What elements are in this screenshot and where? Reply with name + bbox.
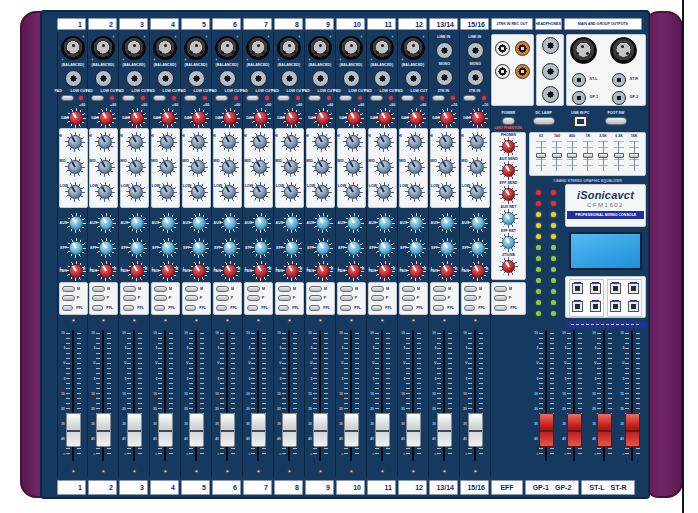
pan-knob[interactable]	[158, 261, 178, 281]
aux-knob[interactable]	[127, 213, 147, 233]
aux-knob[interactable]	[96, 213, 116, 233]
eq-knob[interactable]	[219, 182, 239, 202]
fx-button[interactable]	[610, 283, 621, 294]
solo-button[interactable]	[62, 295, 75, 301]
fader-cap[interactable]	[567, 413, 582, 447]
pan-knob[interactable]	[251, 261, 271, 281]
pfl-button[interactable]	[123, 305, 134, 311]
solo-button[interactable]	[123, 295, 136, 301]
eq-knob[interactable]	[188, 132, 208, 152]
aux-knob[interactable]	[158, 213, 178, 233]
eff-knob[interactable]	[437, 238, 457, 258]
eq-knob[interactable]	[343, 157, 363, 177]
aux-knob[interactable]	[220, 213, 240, 233]
eq-band-slider[interactable]: 2.5K	[596, 134, 610, 174]
eq-slider-cap[interactable]	[598, 153, 608, 158]
eff-knob[interactable]	[158, 238, 178, 258]
master-2t-usb-knob[interactable]	[499, 257, 518, 276]
eff-knob[interactable]	[96, 238, 116, 258]
gain-knob[interactable]	[251, 108, 271, 128]
eq-knob[interactable]	[405, 132, 425, 152]
eq-knob[interactable]	[405, 157, 425, 177]
solo-button[interactable]	[340, 295, 353, 301]
mute-button[interactable]	[216, 286, 229, 292]
solo-button[interactable]	[494, 295, 507, 301]
pan-knob[interactable]	[220, 261, 240, 281]
eq-band-slider[interactable]: 1K	[581, 134, 595, 174]
eq-knob[interactable]	[343, 182, 363, 202]
pfl-button[interactable]	[402, 305, 413, 311]
eq-slider-cap[interactable]	[583, 153, 593, 158]
eq-knob[interactable]	[405, 182, 425, 202]
solo-button[interactable]	[154, 295, 167, 301]
eq-knob[interactable]	[374, 157, 394, 177]
fader-cap[interactable]	[468, 413, 483, 447]
eq-slider-cap[interactable]	[536, 153, 546, 158]
gain-knob[interactable]	[437, 108, 457, 128]
eq-knob[interactable]	[467, 182, 487, 202]
eq-knob[interactable]	[250, 157, 270, 177]
eq-knob[interactable]	[374, 132, 394, 152]
power-switch[interactable]	[502, 117, 515, 125]
fader-cap[interactable]	[66, 413, 81, 447]
eff-knob[interactable]	[66, 238, 86, 258]
mute-button[interactable]	[154, 286, 167, 292]
gain-knob[interactable]	[189, 108, 209, 128]
gain-knob[interactable]	[220, 108, 240, 128]
fx-button[interactable]	[590, 301, 601, 312]
eq-knob[interactable]	[219, 132, 239, 152]
eq-knob[interactable]	[343, 132, 363, 152]
eff-knob[interactable]	[375, 238, 395, 258]
aux-knob[interactable]	[406, 213, 426, 233]
eq-knob[interactable]	[188, 157, 208, 177]
solo-button[interactable]	[247, 295, 260, 301]
eq-knob[interactable]	[312, 157, 332, 177]
eq-knob[interactable]	[95, 157, 115, 177]
mute-button[interactable]	[464, 286, 477, 292]
aux-knob[interactable]	[189, 213, 209, 233]
eq-slider-cap[interactable]	[567, 153, 577, 158]
aux-knob[interactable]	[468, 213, 488, 233]
pfl-button[interactable]	[62, 305, 73, 311]
gain-knob[interactable]	[66, 108, 86, 128]
fader-cap[interactable]	[313, 413, 328, 447]
eff-knob[interactable]	[189, 238, 209, 258]
mute-button[interactable]	[185, 286, 198, 292]
pad-button[interactable]	[308, 95, 321, 101]
pfl-button[interactable]	[216, 305, 227, 311]
eq-knob[interactable]	[65, 182, 85, 202]
pfl-button[interactable]	[340, 305, 351, 311]
mute-button[interactable]	[494, 286, 507, 292]
pad-button[interactable]	[153, 95, 166, 101]
eq-knob[interactable]	[126, 182, 146, 202]
eff-knob[interactable]	[127, 238, 147, 258]
solo-button[interactable]	[371, 295, 384, 301]
eq-knob[interactable]	[126, 157, 146, 177]
gain-knob[interactable]	[127, 108, 147, 128]
eq-knob[interactable]	[188, 182, 208, 202]
eq-knob[interactable]	[467, 132, 487, 152]
eq-knob[interactable]	[126, 132, 146, 152]
fader-cap[interactable]	[220, 413, 235, 447]
gain-knob[interactable]	[158, 108, 178, 128]
gain-knob[interactable]	[406, 108, 426, 128]
2tk-button[interactable]	[463, 95, 476, 101]
eq-knob[interactable]	[436, 157, 456, 177]
solo-button[interactable]	[433, 295, 446, 301]
eq-band-slider[interactable]: 63	[534, 134, 548, 174]
pfl-button[interactable]	[278, 305, 289, 311]
eff-knob[interactable]	[220, 238, 240, 258]
gain-knob[interactable]	[468, 108, 488, 128]
eq-knob[interactable]	[436, 132, 456, 152]
fx-button[interactable]	[628, 283, 639, 294]
eff-knob[interactable]	[468, 238, 488, 258]
pfl-button[interactable]	[433, 305, 444, 311]
mute-button[interactable]	[92, 286, 105, 292]
pan-knob[interactable]	[282, 261, 302, 281]
solo-button[interactable]	[216, 295, 229, 301]
fx-button[interactable]	[628, 301, 639, 312]
pfl-button[interactable]	[464, 305, 475, 311]
solo-button[interactable]	[185, 295, 198, 301]
eq-knob[interactable]	[157, 157, 177, 177]
eq-knob[interactable]	[65, 132, 85, 152]
